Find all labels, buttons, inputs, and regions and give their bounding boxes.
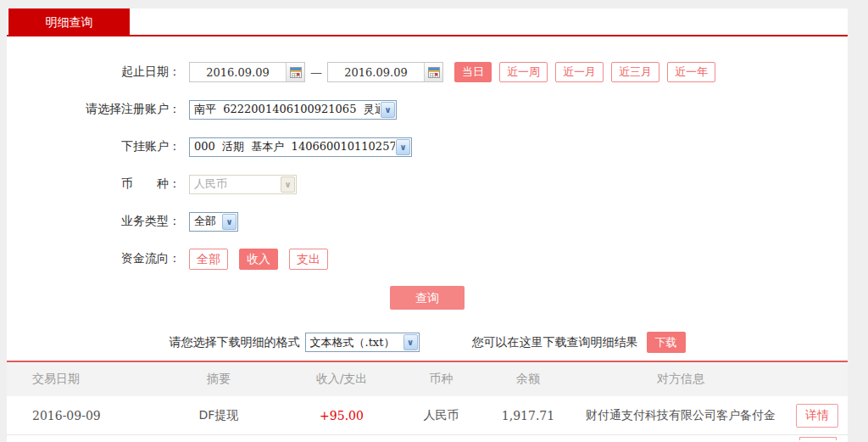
- date-range-row: 起止日期： 2016.09.09 — 2016.09.09: [7, 62, 848, 82]
- download-button[interactable]: 下载: [647, 332, 686, 353]
- business-type-select[interactable]: 全部 ∨: [189, 212, 238, 232]
- currency-select: 人民币 ∨: [189, 175, 297, 194]
- start-date-calendar-button[interactable]: [286, 63, 304, 81]
- fund-flow-expense-button[interactable]: 支出: [289, 249, 328, 270]
- header-income-expense: 收入/支出: [282, 372, 401, 387]
- header-trade-date: 交易日期: [7, 372, 155, 387]
- fund-flow-label: 资金流向：: [7, 251, 181, 266]
- fund-flow-all-button[interactable]: 全部: [189, 249, 228, 270]
- tab-detail-query[interactable]: 明细查询: [8, 8, 130, 36]
- business-type-label: 业务类型：: [7, 214, 181, 229]
- business-type-row: 业务类型： 全部 ∨: [7, 211, 848, 232]
- query-button[interactable]: 查询: [390, 286, 465, 310]
- quick-range-quarter-button[interactable]: 近三月: [611, 62, 659, 82]
- register-account-row: 请选择注册账户： 南平 6222001406100921065 灵通卡 ∨: [7, 99, 848, 120]
- fund-flow-row: 资金流向： 全部 收入 支出: [7, 249, 848, 269]
- chevron-down-icon: ∨: [222, 214, 236, 230]
- query-form: 起止日期： 2016.09.09 — 2016.09.09: [7, 36, 848, 353]
- currency-label: 币 种：: [7, 176, 181, 192]
- header-currency: 币种: [401, 372, 481, 387]
- header-balance: 余额: [481, 372, 575, 387]
- currency-value: 人民币: [194, 176, 280, 192]
- sub-account-select[interactable]: 000 活期 基本户 1406600101102571848 ∨: [189, 137, 412, 157]
- chevron-down-icon: ∨: [381, 102, 395, 118]
- sub-account-row: 下挂账户： 000 活期 基本户 1406600101102571848 ∨: [7, 137, 848, 157]
- download-format-value: 文本格式（.txt）: [310, 335, 403, 350]
- sub-account-label: 下挂账户：: [7, 139, 181, 154]
- register-account-select[interactable]: 南平 6222001406100921065 灵通卡 ∨: [189, 100, 397, 120]
- download-row: 请您选择下载明细的格式 文本格式（.txt） ∨ 您可以在这里下载查询明细结果 …: [7, 332, 848, 353]
- date-range-label: 起止日期：: [7, 64, 181, 80]
- header-summary: 摘要: [155, 372, 282, 387]
- cell-summary: DF提现: [155, 408, 282, 423]
- quick-range-week-button[interactable]: 近一周: [499, 62, 548, 82]
- table-row-partial: [7, 435, 848, 440]
- download-format-select[interactable]: 文本格式（.txt） ∨: [305, 333, 420, 352]
- end-date-value: 2016.09.09: [328, 66, 424, 79]
- table-row: 2016-09-09 DF提现 +95.00 人民币 1,917.71 财付通支…: [7, 396, 848, 435]
- download-hint: 您可以在这里下载查询明细结果: [472, 335, 638, 350]
- detail-button-partial: [799, 437, 837, 440]
- cell-trade-date: 2016-09-09: [7, 409, 155, 422]
- currency-row: 币 种： 人民币 ∨: [7, 174, 848, 194]
- start-date-input[interactable]: 2016.09.09: [189, 62, 305, 82]
- start-date-value: 2016.09.09: [190, 66, 286, 79]
- calendar-icon: [428, 67, 440, 78]
- end-date-input[interactable]: 2016.09.09: [327, 62, 443, 82]
- header-counterparty: 对方信息: [575, 372, 787, 387]
- download-format-label: 请您选择下载明细的格式: [170, 335, 300, 350]
- chevron-down-icon: ∨: [281, 176, 295, 193]
- quick-range-month-button[interactable]: 近一月: [555, 62, 604, 82]
- detail-button[interactable]: 详情: [796, 404, 838, 428]
- cell-amount: +95.00: [282, 409, 401, 422]
- quick-range-today-button[interactable]: 当日: [454, 62, 492, 82]
- page: 明细查询 起止日期： 2016.09.09 — 2016.09.09: [0, 0, 868, 442]
- fund-flow-income-button[interactable]: 收入: [239, 249, 278, 270]
- cell-currency: 人民币: [401, 408, 481, 423]
- cell-counterparty: 财付通支付科技有限公司客户备付金: [575, 408, 787, 423]
- cell-balance: 1,917.71: [481, 409, 575, 422]
- quick-range-year-button[interactable]: 近一年: [667, 62, 715, 82]
- sub-account-value: 000 活期 基本户 1406600101102571848: [194, 139, 395, 154]
- register-account-value: 南平 6222001406100921065 灵通卡: [194, 102, 380, 117]
- business-type-value: 全部: [194, 214, 221, 229]
- register-account-label: 请选择注册账户：: [7, 102, 181, 117]
- chevron-down-icon: ∨: [396, 139, 410, 155]
- calendar-icon: [290, 67, 302, 78]
- end-date-calendar-button[interactable]: [424, 63, 442, 81]
- table-header-row: 交易日期 摘要 收入/支出 币种 余额 对方信息: [7, 362, 848, 396]
- date-separator: —: [310, 65, 322, 79]
- content-panel: 明细查询 起止日期： 2016.09.09 — 2016.09.09: [7, 8, 848, 442]
- tab-bar: 明细查询: [7, 8, 848, 36]
- chevron-down-icon: ∨: [403, 334, 418, 350]
